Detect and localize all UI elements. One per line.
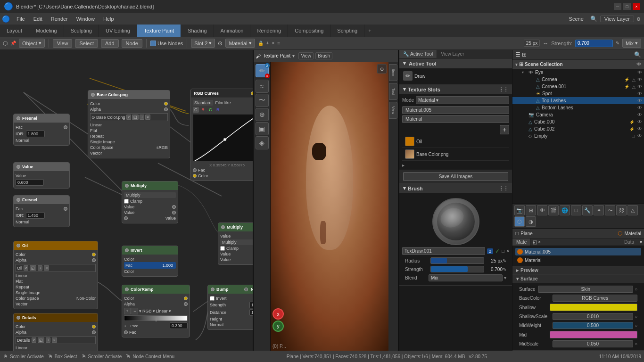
close-btn[interactable]: × bbox=[633, 3, 640, 10]
tab-compositing[interactable]: Compositing bbox=[288, 25, 330, 37]
node-invert[interactable]: Invert Color Fac Color bbox=[122, 246, 178, 277]
fill-tool-btn[interactable]: ▣ bbox=[256, 122, 269, 135]
node-value-input[interactable] bbox=[16, 179, 44, 186]
clone-tool-btn[interactable]: ⊕ bbox=[256, 108, 269, 121]
menu-help[interactable]: Help bbox=[99, 15, 118, 23]
mid-weight-settings[interactable]: ○ bbox=[635, 323, 637, 328]
nav-item-btn[interactable]: ⊙ bbox=[377, 64, 387, 74]
scene-coll-eye[interactable]: 👁 bbox=[636, 62, 641, 67]
node-color-ramp-add[interactable]: + bbox=[124, 308, 131, 314]
win-controls[interactable]: ─ □ × bbox=[614, 3, 640, 10]
node-base-save[interactable]: ↓ bbox=[140, 115, 144, 120]
prop-particles-icon[interactable]: ✦ bbox=[594, 205, 604, 215]
surface-settings-icon[interactable]: ○ bbox=[635, 287, 637, 292]
node-multiply-2-clamp[interactable] bbox=[220, 246, 225, 251]
texture-base-color[interactable]: Base Color.png bbox=[402, 148, 509, 161]
x-icon[interactable]: × bbox=[272, 41, 274, 46]
node-editor[interactable]: Fresnel Fac IOR: Normal Value Value F bbox=[0, 50, 253, 351]
node-bump[interactable]: Bump Normal Invert Strength Distance Hei… bbox=[207, 285, 253, 330]
view-layer-options[interactable]: ⚙ bbox=[635, 16, 642, 22]
node-bump-invert[interactable] bbox=[210, 296, 215, 301]
viewport[interactable]: 🖌 Texture Paint ▾ View Brush ✏ 2 × ≈ 〜 ⊕… bbox=[253, 50, 399, 351]
tool-tab[interactable]: Tool bbox=[389, 83, 397, 100]
brush-radius-edit-icon[interactable]: ✎ bbox=[503, 258, 506, 263]
viewport-view-btn[interactable]: View bbox=[298, 52, 314, 59]
brush-radius-slider[interactable] bbox=[430, 257, 484, 264]
add-btn[interactable]: Add bbox=[101, 39, 119, 48]
node-color-ramp-pos[interactable] bbox=[170, 322, 188, 329]
node-color-ramp-handle[interactable] bbox=[156, 318, 157, 321]
save-all-images-btn[interactable]: Save All Images bbox=[403, 172, 508, 181]
shallow-scale-settings[interactable]: ○ bbox=[635, 314, 637, 319]
node-invert-fac[interactable] bbox=[157, 263, 174, 268]
editor-type-icon[interactable]: ⬡ bbox=[3, 40, 8, 47]
resize-icon[interactable]: ↔ bbox=[543, 40, 548, 47]
data-tab[interactable]: Data bbox=[620, 239, 638, 246]
scene-search-icon[interactable]: 🔍 bbox=[588, 16, 599, 22]
node-details-num[interactable]: 2 bbox=[32, 337, 36, 343]
node-oil-new[interactable]: ◱ bbox=[30, 265, 36, 271]
slot-material-005[interactable]: Material.005 bbox=[402, 106, 509, 114]
node-fresnel-1-ior[interactable] bbox=[26, 131, 45, 137]
filter-icon[interactable]: ⊞ bbox=[522, 51, 527, 58]
texture-add-btn[interactable]: + bbox=[500, 125, 509, 134]
menu-file[interactable]: File bbox=[13, 15, 29, 23]
mid-color-swatch[interactable] bbox=[550, 331, 637, 338]
prop-render-icon[interactable]: 📷 bbox=[514, 205, 525, 215]
tab-uv-editing[interactable]: UV Editing bbox=[99, 25, 137, 37]
tree-item-bottom-lashes[interactable]: △ Bottom Lashes 👁 bbox=[512, 104, 644, 111]
brush-check-icon[interactable]: ✓ bbox=[495, 248, 500, 255]
brush-section-header[interactable]: ▾ Brush ⋮⋮ bbox=[399, 183, 512, 193]
tab-scripting[interactable]: Scripting bbox=[330, 25, 364, 37]
viewport-type-icon[interactable]: 🖌 bbox=[256, 53, 261, 59]
brush-copy-icon[interactable]: □ bbox=[502, 248, 504, 254]
node-color-ramp[interactable]: ColorRamp Color Alpha + − ▾ RGB ▾ Linear… bbox=[122, 285, 190, 337]
item-tab[interactable]: Item bbox=[389, 64, 397, 81]
pin-icon[interactable]: 📌 bbox=[10, 41, 16, 46]
scene-coll-collapse[interactable]: ▾ bbox=[515, 62, 518, 67]
right-tab-active-tool[interactable]: 🔧 Active Tool bbox=[399, 50, 437, 58]
node-multiply-1-clamp[interactable] bbox=[124, 199, 129, 204]
mid-scale-value[interactable]: 0.050 bbox=[553, 340, 633, 347]
node-details-save[interactable]: ↓ bbox=[46, 337, 50, 343]
lock-icon[interactable]: 🔒 bbox=[258, 41, 264, 46]
menu-blender[interactable]: 🔵 bbox=[2, 15, 10, 23]
view-btn[interactable]: View bbox=[53, 39, 73, 48]
tree-item-camera[interactable]: 📷 Camera 👁 bbox=[512, 111, 644, 118]
node-rgb-ch-g[interactable]: G bbox=[207, 107, 214, 113]
material-005-item[interactable]: Material.005 bbox=[515, 248, 641, 255]
tree-item-top-lashes[interactable]: △ Top Lashes 👁 bbox=[512, 97, 644, 104]
mid-scale-settings[interactable]: ○ bbox=[635, 341, 637, 346]
brush-x-icon[interactable]: × bbox=[506, 248, 509, 254]
node-details-x[interactable]: × bbox=[52, 337, 57, 343]
node-rgb-standard-btn[interactable]: Standard bbox=[193, 100, 213, 106]
node-oil-x[interactable]: × bbox=[44, 265, 49, 271]
active-tool-header[interactable]: ▾ Active Tool bbox=[399, 58, 512, 68]
outliner-icon[interactable]: ☰ bbox=[515, 51, 520, 58]
node-details[interactable]: Details Color Alpha Details 2 ◱ ↓ × Line… bbox=[13, 313, 98, 351]
scene-name[interactable]: Scene bbox=[565, 16, 587, 22]
tree-item-cube-000[interactable]: △ Cube.000 ⚡ 👁 bbox=[512, 118, 644, 125]
smear-tool-btn[interactable]: 〜 bbox=[256, 94, 269, 107]
brush-strength-edit-icon[interactable]: ✎ bbox=[503, 267, 506, 272]
select-btn[interactable]: Select bbox=[75, 39, 98, 48]
viewport-3d-area[interactable]: ⊙ x y (0) P... bbox=[271, 62, 388, 351]
node-fresnel-2-ior[interactable] bbox=[26, 212, 45, 219]
strength-slider[interactable]: 0.700 bbox=[575, 40, 613, 47]
brush-strength-slider[interactable] bbox=[430, 266, 484, 272]
node-rgb-ch-c[interactable]: C bbox=[193, 107, 199, 113]
menu-render[interactable]: Render bbox=[47, 15, 72, 23]
use-nodes-toggle[interactable]: Use Nodes bbox=[150, 41, 183, 46]
tab-animation[interactable]: Animation bbox=[214, 25, 251, 37]
tree-item-cube-002[interactable]: △ Cube.002 ⚡ 👁 bbox=[512, 125, 644, 132]
tree-item-spot[interactable]: ☀ Spot 👁 bbox=[512, 90, 644, 97]
node-color-ramp-del[interactable]: − bbox=[132, 308, 138, 314]
material-item[interactable]: Material bbox=[515, 256, 641, 264]
mid-weight-value[interactable]: 0.500 bbox=[553, 322, 633, 329]
strength-edit-icon[interactable]: ✎ bbox=[616, 41, 619, 46]
prop-physics-icon[interactable]: 〜 bbox=[605, 205, 615, 215]
node-btn[interactable]: Node bbox=[122, 39, 142, 48]
mate-icon1[interactable]: ◱ bbox=[533, 239, 537, 245]
tab-modeling[interactable]: Modeling bbox=[29, 25, 64, 37]
node-bump-strength[interactable] bbox=[249, 302, 253, 308]
